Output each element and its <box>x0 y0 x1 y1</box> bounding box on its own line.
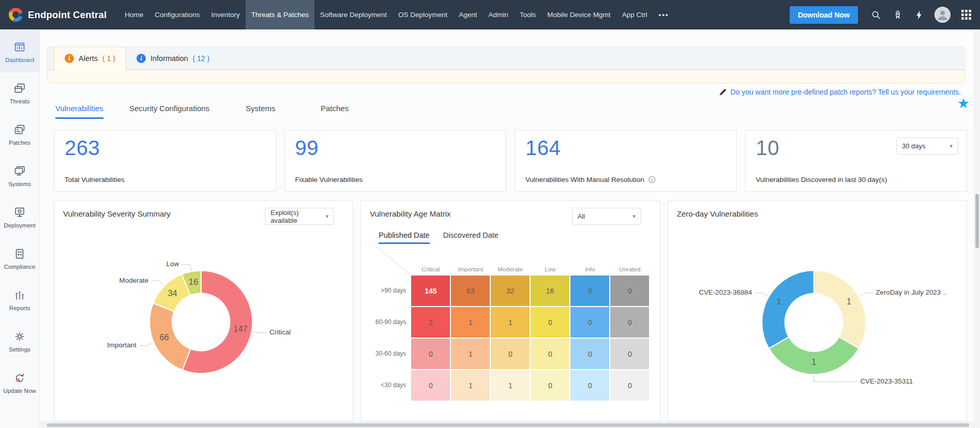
age-matrix-filter-dropdown[interactable]: All ▾ <box>572 208 641 225</box>
matrix-cell-60-90-days-critical[interactable]: 2 <box>411 307 450 338</box>
matrix-row-header-60-90-days: 60-90 days <box>361 307 406 338</box>
matrix-cell-30-days-low[interactable]: 0 <box>531 370 569 401</box>
nav-item-home[interactable]: Home <box>119 0 149 29</box>
matrix-cell-90-days-low[interactable]: 16 <box>531 276 569 306</box>
tab-systems[interactable]: Systems <box>246 104 276 117</box>
patches-icon <box>13 124 26 136</box>
matrix-cell-30-days-critical[interactable]: 0 <box>411 370 450 401</box>
period-dropdown[interactable]: 30 days▾ <box>896 137 958 155</box>
donut-value-low: 16 <box>189 277 198 286</box>
sidebar-item-update-now[interactable]: Update Now <box>0 362 39 403</box>
donut-slice-important[interactable] <box>149 303 190 370</box>
matrix-cell-60-90-days-unrated[interactable]: 0 <box>610 307 649 338</box>
search-icon[interactable] <box>870 9 882 21</box>
nav-item-os-deployment[interactable]: OS Deployment <box>393 0 453 29</box>
donut-value-moderate: 34 <box>168 288 177 298</box>
nav-item-admin[interactable]: Admin <box>483 0 514 29</box>
flash-icon[interactable] <box>914 9 924 21</box>
user-avatar[interactable] <box>934 7 951 23</box>
matrix-col-header-low: Low <box>531 266 569 272</box>
sidebar-item-systems[interactable]: Systems <box>0 155 39 196</box>
tab-published-date[interactable]: Published Date <box>379 231 429 244</box>
sidebar-item-label: Settings <box>9 346 31 353</box>
endpoint-central-logo-icon <box>9 8 23 22</box>
matrix-cell-30-60-days-unrated[interactable]: 0 <box>610 339 649 369</box>
apps-grid-icon[interactable] <box>961 9 972 20</box>
tab-alerts[interactable]: i Alerts ( 1 ) <box>54 47 126 70</box>
zero-day-donut-chart: 1ZeroDay in July 2023 ..1CVE-2023-353111… <box>668 224 967 410</box>
stat-label: Fixable Vulnerabilities <box>295 176 363 184</box>
matrix-cell-60-90-days-important[interactable]: 1 <box>451 307 490 338</box>
matrix-col-header-moderate: Moderate <box>491 266 530 272</box>
sidebar-item-label: Compliance <box>4 264 36 270</box>
sidebar-item-dashboard[interactable]: Dashboard <box>0 31 39 72</box>
matrix-cell-60-90-days-info[interactable]: 0 <box>570 307 609 338</box>
horizontal-scrollbar[interactable] <box>40 422 974 428</box>
matrix-cell-90-days-important[interactable]: 63 <box>451 276 490 306</box>
stat-value: 263 <box>65 136 265 160</box>
matrix-cell-90-days-unrated[interactable]: 0 <box>610 276 649 306</box>
severity-filter-dropdown[interactable]: Exploit(s) available ▾ <box>265 208 334 225</box>
reports-icon <box>13 289 26 301</box>
nav-item-threats-patches[interactable]: Threats & Patches <box>246 0 314 29</box>
matrix-cell-30-days-info[interactable]: 0 <box>570 370 609 401</box>
sidebar-item-settings[interactable]: Settings <box>0 320 39 362</box>
promo-link-row: Do you want more pre-defined patch repor… <box>719 88 961 96</box>
nav-item-agent[interactable]: Agent <box>453 0 483 29</box>
sidebar-item-patches[interactable]: Patches <box>0 114 39 155</box>
nav-item-more[interactable]: ••• <box>653 0 674 29</box>
tab-discovered-date[interactable]: Discovered Date <box>443 231 499 244</box>
matrix-cell-30-60-days-important[interactable]: 1 <box>451 339 490 369</box>
tab-security-configurations[interactable]: Security Configurations <box>129 104 209 117</box>
nav-item-tools[interactable]: Tools <box>514 0 542 29</box>
patch-reports-link[interactable]: Do you want more pre-defined patch repor… <box>730 88 961 96</box>
sidebar-item-label: Update Now <box>3 388 36 394</box>
nav-item-inventory[interactable]: Inventory <box>205 0 246 29</box>
matrix-cell-90-days-critical[interactable]: 145 <box>411 276 450 306</box>
matrix-cell-30-60-days-info[interactable]: 0 <box>570 339 609 369</box>
donut-slice-cve-2023-36884[interactable] <box>762 270 813 348</box>
tab-vulnerabilities[interactable]: Vulnerabilities <box>55 104 103 119</box>
donut-slice-zeroday-in-july-2023[interactable] <box>813 270 865 348</box>
matrix-row-header-30-60-days: 30-60 days <box>361 339 406 369</box>
vertical-scrollbar-thumb[interactable] <box>975 194 979 248</box>
matrix-cell-60-90-days-moderate[interactable]: 1 <box>491 307 530 338</box>
information-info-icon: i <box>137 54 146 63</box>
horizontal-scrollbar-thumb[interactable] <box>47 423 969 427</box>
stat-card-fixable-vulnerabilities: 99Fixable Vulnerabilities <box>284 130 507 192</box>
stat-card-vulnerabilities-discovered-in-last-30-day-s: 10Vulnerabilities Discovered in last 30 … <box>745 130 968 192</box>
nav-item-configurations[interactable]: Configurations <box>149 0 205 29</box>
sidebar-item-deployment[interactable]: Deployment <box>0 196 39 238</box>
sidebar-item-compliance[interactable]: Compliance <box>0 238 39 279</box>
matrix-cell-60-90-days-low[interactable]: 0 <box>531 307 569 338</box>
matrix-cell-30-60-days-critical[interactable]: 0 <box>411 339 450 369</box>
matrix-cell-30-days-moderate[interactable]: 1 <box>491 370 530 401</box>
donut-label-moderate: Moderate <box>119 277 149 284</box>
matrix-cell-90-days-moderate[interactable]: 32 <box>491 276 530 306</box>
matrix-col-header-important: Important <box>451 266 490 272</box>
sidebar-item-label: Threats <box>10 98 30 104</box>
donut-slice-cve-2023-35311[interactable] <box>768 337 858 374</box>
matrix-cell-90-days-info[interactable]: 0 <box>570 276 609 306</box>
matrix-cell-30-60-days-low[interactable]: 0 <box>531 339 569 369</box>
sidebar-item-threats[interactable]: Threats <box>0 72 39 114</box>
rocket-icon[interactable] <box>892 9 903 21</box>
matrix-cell-30-days-unrated[interactable]: 0 <box>610 370 649 401</box>
vertical-scrollbar[interactable] <box>974 29 980 422</box>
sidebar-item-reports[interactable]: Reports <box>0 279 39 320</box>
download-now-button[interactable]: Download Now <box>790 6 858 24</box>
brand[interactable]: Endpoint Central <box>0 8 119 22</box>
tab-patches[interactable]: Patches <box>321 104 349 117</box>
donut-label-cve-2023-35311: CVE-2023-35311 <box>860 377 913 385</box>
info-icon[interactable] <box>648 176 656 184</box>
nav-item-software-deployment[interactable]: Software Deployment <box>314 0 393 29</box>
tab-information[interactable]: i Information ( 12 ) <box>126 47 220 69</box>
matrix-cell-30-days-important[interactable]: 1 <box>451 370 490 401</box>
donut-value-critical: 147 <box>233 324 247 333</box>
nav-item-app-ctrl[interactable]: App Ctrl <box>616 0 653 29</box>
threats-icon <box>13 82 26 95</box>
matrix-cell-30-60-days-moderate[interactable]: 0 <box>491 339 530 369</box>
stat-label-text: Vulnerabilities Discovered in last 30 da… <box>756 176 887 184</box>
favorite-star-icon[interactable]: ★ <box>957 97 970 111</box>
nav-item-mobile-device-mgmt[interactable]: Mobile Device Mgmt <box>541 0 616 29</box>
